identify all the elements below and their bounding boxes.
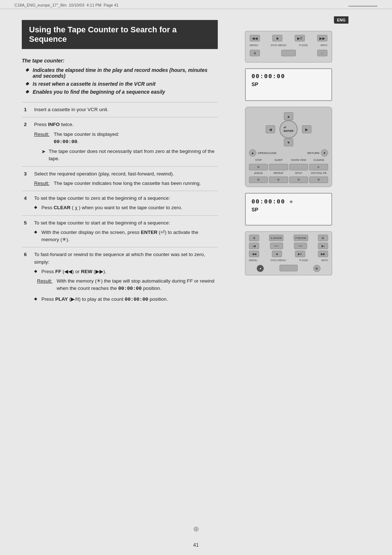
- bottom-label-row: MENU DVD MENU P.SIZE INFO: [249, 259, 328, 262]
- btm-rw-btn[interactable]: ◀◀: [249, 251, 259, 257]
- info-bold: INFO: [48, 122, 60, 127]
- bullet-list: Indicates the elapsed time in the play a…: [22, 67, 218, 95]
- play-pause-btn[interactable]: ▶II: [295, 35, 305, 41]
- tape-sp-1: SP: [252, 81, 326, 87]
- counter-value-2: 00:00:00 ✳: [252, 198, 326, 205]
- right-panel: ENG ◀◀ ■ ▶II ▶▶ MENU DVD MENU P.SIZE INF…: [232, 16, 348, 531]
- step-5-content: To set the tape counter to start at the …: [32, 215, 218, 247]
- remote-bottom-control: ⊞ S.MODE P.MODE ⊞ |◀ ↩+ ↪+ ▶| ◀◀ ■ ▶II ▶…: [245, 231, 332, 275]
- repeat-btn[interactable]: ⊞: [269, 177, 288, 183]
- bottom-mid-row: |◀ ↩+ ↪+ ▶|: [249, 243, 328, 249]
- play-bold: PLAY: [55, 296, 68, 302]
- dpad-area: ▲ ◀ ⏎ENTER ▶ ▼: [249, 112, 328, 146]
- btm-ff-btn[interactable]: ▶▶: [318, 251, 328, 257]
- btm-circ-btn-2[interactable]: ⊞: [313, 265, 320, 272]
- dpad-down-row: ▼: [284, 138, 293, 146]
- show-view-btn[interactable]: [289, 164, 308, 170]
- open-close-area: ▲ OPEN/CLOSE: [249, 149, 277, 157]
- btm-stop-btn[interactable]: ■: [272, 251, 282, 257]
- clear-btn[interactable]: ✕: [309, 164, 328, 170]
- remote-top-btn-row: ◀◀ ■ ▶II ▶▶: [250, 35, 327, 41]
- header-bar: C18A_ENG_europe_17"_film 10/10/03 4:11 P…: [0, 0, 392, 9]
- btm-pmode-btn[interactable]: P.MODE: [294, 235, 308, 241]
- step-3-row: 3 Select the required operation (play, r…: [22, 166, 218, 191]
- splp-label: SP/LP: [289, 172, 308, 174]
- dpad-up-row: ▲: [284, 112, 293, 120]
- rew-bold: REW: [81, 269, 93, 274]
- sleep-btn[interactable]: [269, 164, 288, 170]
- dpad-down-btn[interactable]: ▼: [284, 138, 293, 146]
- dpad-up-btn[interactable]: ▲: [284, 112, 293, 120]
- btm-circ-btn-1[interactable]: ●: [257, 265, 264, 272]
- btm-mode-btn[interactable]: ⊞: [249, 235, 259, 241]
- btm-smode-btn[interactable]: S.MODE: [269, 235, 283, 241]
- btm-info-label: INFO: [321, 259, 328, 262]
- step-4-content: To set the tape counter to zero at the b…: [32, 191, 218, 216]
- step-6-content: To fast-forward or rewind to the sequenc…: [32, 247, 218, 307]
- dpad-right-btn[interactable]: ▶: [302, 125, 311, 133]
- page-number: 41: [0, 538, 392, 555]
- registration-mark: ⊕: [193, 524, 199, 533]
- enter-center-btn[interactable]: ⏎ENTER: [279, 120, 298, 138]
- dpad-left-btn[interactable]: ◀: [266, 125, 275, 133]
- clear-label: CLEAR⊞: [309, 159, 328, 162]
- step-4-bullet: Pess CLEAR ( χ ) when you want to set th…: [34, 204, 216, 211]
- crystal-pb-btn[interactable]: ⊞: [309, 177, 328, 183]
- counter-code-2: 00:00:00: [54, 139, 77, 145]
- grid-labels-1: STEP SLEEP SHOW VIEW CLEAR⊞: [249, 159, 328, 162]
- grid-btns-2: ⊞ ⊞ ⊞ ⊞: [249, 177, 328, 183]
- clear-bold: CLEAR: [54, 205, 71, 210]
- counter-play: 00:00:00: [125, 297, 148, 302]
- dvd-menu-label: DVD MENU: [271, 44, 286, 47]
- step-4-num: 4: [22, 191, 32, 216]
- bullet-item-1: Indicates the elapsed time in the play a…: [25, 67, 218, 79]
- btm-next-btn[interactable]: ▶|: [318, 243, 328, 249]
- open-close-label: OPEN/CLOSE: [258, 151, 277, 155]
- open-close-btn[interactable]: ▲: [249, 149, 256, 157]
- result-label-2: Result:: [34, 131, 49, 146]
- result-label-3: Result:: [34, 180, 49, 187]
- menu-label: MENU: [250, 44, 258, 47]
- rewind-btn[interactable]: ◀◀: [250, 35, 260, 41]
- step-5-num: 5: [22, 215, 32, 247]
- btm-rec-btn[interactable]: ⊞: [318, 235, 328, 241]
- info-btn[interactable]: ⬚: [317, 50, 327, 56]
- step-2-content: Press INFO twice. Result: The tape count…: [32, 117, 218, 166]
- step-5-row: 5 To set the tape counter to start at th…: [22, 215, 218, 247]
- stop-btn[interactable]: ■: [272, 35, 282, 41]
- remote-top-labels: MENU DVD MENU P.SIZE INFO: [250, 44, 327, 47]
- btm-skip-btn[interactable]: ↩+: [270, 243, 283, 249]
- return-btn[interactable]: ●: [321, 149, 328, 157]
- remote-second-btn-row: ⊞ ⬚: [250, 50, 327, 56]
- angle-btn[interactable]: ⊞: [249, 177, 268, 183]
- fast-forward-btn[interactable]: ▶▶: [317, 35, 327, 41]
- step-label: STEP: [249, 159, 268, 162]
- btm-play-btn[interactable]: ▶II: [295, 251, 305, 257]
- bottom-top-row: ⊞ S.MODE P.MODE ⊞: [249, 235, 328, 241]
- btm-prev-btn[interactable]: |◀: [249, 243, 259, 249]
- btm-bar-btn[interactable]: [279, 265, 298, 271]
- btm-dvdmenu-label: DVD MENU: [271, 259, 286, 262]
- counter-code-6: 00:00:00: [118, 286, 142, 291]
- btm-fwd-btn[interactable]: ↪+: [294, 243, 307, 249]
- title-box: Using the Tape Counter to Search for a S…: [22, 20, 218, 49]
- counter-value-1: 00:00:00: [252, 73, 326, 80]
- page-container: C18A_ENG_europe_17"_film 10/10/03 4:11 P…: [0, 0, 392, 555]
- return-area: RETURN ●: [307, 149, 328, 157]
- sleep-label: SLEEP: [269, 159, 288, 162]
- dvd-btn[interactable]: [281, 50, 296, 56]
- step-2-note: The tape counter does not necessarily st…: [34, 148, 216, 163]
- splp-btn[interactable]: ⊞: [289, 177, 308, 183]
- btm-menu-label: MENU: [249, 259, 258, 262]
- menu-btn[interactable]: ⊞: [250, 50, 260, 56]
- ff-bold: FF: [55, 269, 61, 274]
- step-6-result-area: Result: With the memory (✳) the tape wil…: [34, 278, 216, 293]
- step-btn[interactable]: ⊞: [249, 164, 268, 170]
- eng-badge: ENG: [334, 16, 348, 24]
- main-content: Using the Tape Counter to Search for a S…: [0, 9, 392, 538]
- page-title: Using the Tape Counter to Search for a S…: [29, 25, 211, 44]
- info-label: INFO: [320, 44, 327, 47]
- crystal-pb-label: CRYSTAL PB: [309, 172, 328, 174]
- psize-label: P.SIZE: [299, 44, 308, 47]
- step-1-row: 1 Insert a cassette in your VCR unit.: [22, 102, 218, 117]
